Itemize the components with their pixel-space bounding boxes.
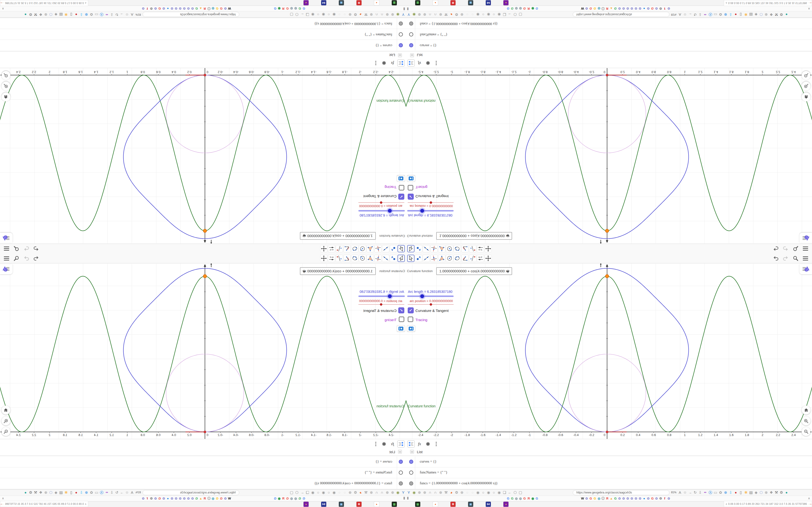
- olive-circle-icon[interactable]: ◉: [396, 490, 400, 495]
- headset-icon[interactable]: ∩: [379, 490, 384, 495]
- tool-angle[interactable]: [461, 255, 469, 262]
- radio-on-icon[interactable]: ◉: [497, 12, 501, 17]
- globe-icon[interactable]: ⊕: [369, 12, 373, 17]
- bookmark-yandex-icon[interactable]: Я: [282, 496, 285, 501]
- more-options-icon[interactable]: [435, 59, 438, 67]
- undo-button[interactable]: [773, 255, 779, 262]
- forward-arrow-icon[interactable]: →: [688, 12, 692, 17]
- bookmark-google-icon[interactable]: G: [298, 6, 302, 11]
- gear-icon[interactable]: ⚙: [779, 12, 784, 17]
- bookmark-google-icon[interactable]: G: [195, 6, 198, 11]
- shield-blue-icon[interactable]: ⬡: [49, 490, 53, 495]
- forward-arrow-icon[interactable]: →: [688, 490, 692, 495]
- bookmark-google-icon[interactable]: G: [523, 496, 526, 501]
- gear-icon[interactable]: ⚙: [28, 12, 33, 17]
- algebra-row-funcs[interactable]: funcs = {1.000000000000 + cos(4.00000000…: [0, 18, 406, 29]
- bookmark-gear-icon[interactable]: ⚙: [150, 6, 153, 11]
- redo-button[interactable]: [23, 255, 30, 262]
- bookmark-flower-icon[interactable]: ✿: [162, 496, 165, 501]
- archive-icon[interactable]: ▤: [749, 12, 753, 17]
- bookmark-site-icon[interactable]: ◍: [519, 496, 522, 501]
- bookmark-flower-icon[interactable]: ✿: [170, 496, 174, 501]
- bookmark-flower-icon[interactable]: ✿: [634, 6, 638, 11]
- download-icon[interactable]: ⇩: [109, 490, 114, 495]
- plot-canvas[interactable]: -2.4-2.2-2-1.8-1.6-1.4-1.2-1-0.8-0.6-0.4…: [0, 68, 406, 243]
- sort-objects-button[interactable]: [397, 440, 405, 448]
- tool-line[interactable]: [382, 245, 389, 252]
- bookmark-flower-icon[interactable]: ✿: [626, 6, 629, 11]
- bookmark-flower-icon[interactable]: ✿: [170, 6, 174, 11]
- arc-length-slider[interactable]: [358, 210, 405, 212]
- globe-icon[interactable]: ⊕: [422, 12, 427, 17]
- tool-circle-center-point[interactable]: [359, 255, 366, 262]
- forward-arrow-icon[interactable]: →: [120, 12, 124, 17]
- globe-gray-icon[interactable]: ⊕: [44, 12, 48, 17]
- globe-icon[interactable]: ⊕: [348, 12, 352, 17]
- ghost-slot-icon[interactable]: ○: [337, 490, 342, 495]
- taskbar-app-terminal-icon[interactable]: ▥: [392, 502, 397, 507]
- visibility-toggle-funcs[interactable]: [409, 21, 413, 25]
- bookmark-flower-icon[interactable]: ✿: [223, 6, 227, 11]
- taskbar-app-settings-red-icon[interactable]: ⚙: [356, 0, 361, 5]
- lock-icon[interactable]: ▢: [518, 490, 523, 495]
- arc-position-point[interactable]: [204, 74, 206, 76]
- bookmark-flower-icon[interactable]: ✿: [634, 496, 638, 501]
- graphics-stylebar-toggle[interactable]: [800, 264, 812, 274]
- globe-icon[interactable]: ⊕: [369, 490, 373, 495]
- tool-slider[interactable]: a=2: [328, 255, 335, 262]
- tracing-checkbox[interactable]: [408, 317, 413, 322]
- dot-teal-icon[interactable]: ●: [784, 490, 789, 495]
- shield-icon[interactable]: ⬡: [513, 12, 517, 17]
- bookmark-yandex-icon[interactable]: Я: [605, 496, 609, 501]
- bookmark-site-green-icon[interactable]: ◉: [277, 6, 281, 11]
- puzzle-icon[interactable]: ❖: [769, 490, 773, 495]
- home-button[interactable]: [802, 406, 811, 414]
- bookmark-flower-icon[interactable]: ✿: [626, 496, 629, 501]
- tool-ellipse[interactable]: [454, 255, 461, 262]
- zoom-in-button[interactable]: [1, 81, 10, 91]
- address-bar[interactable]: https://www.geogebra.org/classic/aagcxh3…: [573, 12, 669, 17]
- zoom-out-button[interactable]: [802, 71, 811, 80]
- bookmark-wikipedia-icon[interactable]: W: [581, 6, 585, 11]
- zoom-out-button[interactable]: [1, 71, 10, 80]
- curvature-tangent-checkbox[interactable]: ✓: [408, 307, 414, 314]
- bookmark-google-icon[interactable]: G: [523, 6, 526, 11]
- taskbar-app-dosbox-icon[interactable]: 64: [486, 502, 491, 507]
- bookmark-dot-blue-icon[interactable]: ●: [166, 496, 170, 501]
- bookmark-google-icon[interactable]: G: [651, 496, 654, 501]
- bookmark-site-teal-icon[interactable]: ◍: [597, 6, 601, 11]
- trash-icon[interactable]: ▯: [69, 490, 73, 495]
- visibility-toggle-curves[interactable]: [399, 460, 403, 464]
- globe-icon[interactable]: ⊕: [422, 490, 427, 495]
- curvature-tangent-checkbox[interactable]: ✓: [398, 307, 404, 314]
- tool-polygon[interactable]: [438, 245, 445, 252]
- shield-blue-icon[interactable]: ⬡: [759, 490, 763, 495]
- globe-color-icon[interactable]: ✻: [744, 12, 748, 17]
- tool-move-graphics-view[interactable]: [320, 245, 327, 252]
- arc-position-slider[interactable]: [358, 202, 404, 203]
- graphics-view[interactable]: -2.4-2.2-2-1.8-1.6-1.4-1.2-1-0.8-0.6-0.4…: [0, 264, 406, 439]
- bookmark-flower-icon[interactable]: ✿: [183, 6, 186, 11]
- globe-icon[interactable]: ⊕: [417, 490, 422, 495]
- graphics-view[interactable]: -2.4-2.2-2-1.8-1.6-1.4-1.2-1-0.8-0.6-0.4…: [406, 68, 812, 243]
- algebra-descriptions-button[interactable]: fx: [416, 440, 423, 448]
- bookmark-yandex-icon[interactable]: Я: [282, 6, 285, 11]
- bookmark-google-icon[interactable]: G: [273, 6, 277, 11]
- bookmark-flower-icon[interactable]: ✿: [174, 496, 178, 501]
- add-circle-icon[interactable]: ⊕: [84, 490, 89, 495]
- bookmark-gear-icon[interactable]: ⚙: [659, 6, 662, 11]
- tracing-checkbox[interactable]: [408, 185, 413, 190]
- taskbar-app-dosbox-icon[interactable]: 64: [486, 0, 491, 5]
- address-bar[interactable]: https://www.geogebra.org/classic/aagcxh3…: [143, 12, 239, 17]
- zoom-in-button[interactable]: [802, 416, 811, 426]
- headset-icon[interactable]: ∩: [428, 12, 433, 17]
- globe-icon[interactable]: ⊕: [439, 490, 443, 495]
- search-icon[interactable]: [793, 255, 799, 262]
- bookmark-yandex-icon[interactable]: Я: [605, 6, 609, 11]
- translate-blue-icon[interactable]: Ⓐ: [708, 12, 713, 17]
- globe-color-icon[interactable]: ✻: [744, 490, 748, 495]
- bookmark-flower-icon[interactable]: ✿: [179, 496, 182, 501]
- tool-slider[interactable]: a=2: [328, 245, 335, 252]
- arc-position-slider-knob[interactable]: [380, 303, 382, 306]
- tool-line[interactable]: [382, 255, 389, 262]
